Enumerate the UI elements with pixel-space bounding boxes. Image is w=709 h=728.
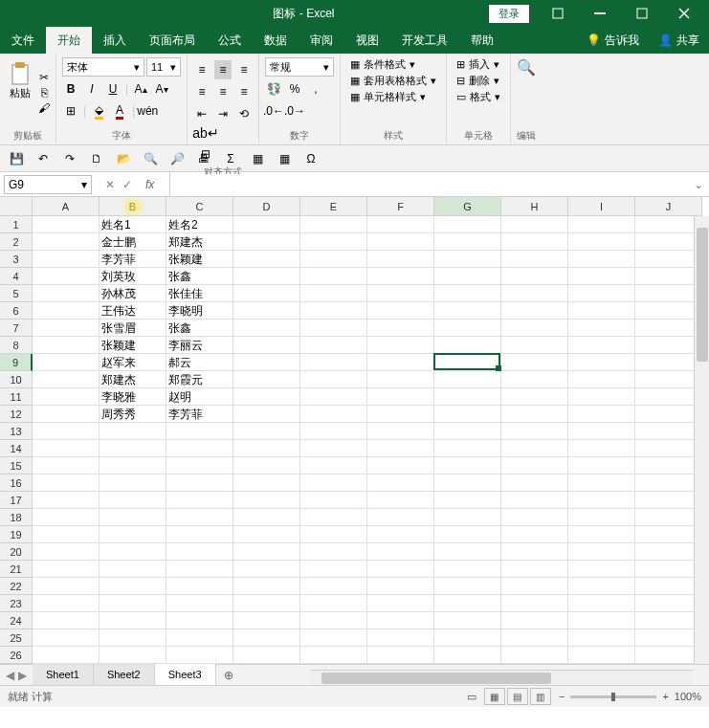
cell[interactable] xyxy=(568,440,635,457)
cell[interactable] xyxy=(501,388,568,406)
cell[interactable] xyxy=(166,595,233,612)
cell[interactable] xyxy=(434,285,501,302)
cell[interactable] xyxy=(300,268,367,285)
cell[interactable] xyxy=(501,578,568,595)
cell[interactable] xyxy=(501,423,568,440)
cell[interactable] xyxy=(501,595,568,612)
row-header[interactable]: 26 xyxy=(0,647,33,664)
cell[interactable] xyxy=(635,216,702,233)
cell[interactable]: 张佳佳 xyxy=(166,285,233,302)
column-header[interactable]: F xyxy=(367,197,434,216)
italic-button[interactable]: I xyxy=(83,79,100,99)
cell[interactable] xyxy=(568,388,635,406)
cell[interactable]: 张雪眉 xyxy=(100,320,166,337)
cell[interactable] xyxy=(300,371,367,388)
cell[interactable] xyxy=(367,268,434,285)
cell[interactable] xyxy=(568,492,635,509)
cell[interactable] xyxy=(434,354,501,371)
cell[interactable] xyxy=(100,595,166,612)
orientation-button[interactable]: ⟲ xyxy=(235,104,253,123)
row-header[interactable]: 6 xyxy=(0,302,33,320)
cell[interactable] xyxy=(33,354,100,371)
align-right-button[interactable]: ≡ xyxy=(235,82,253,101)
decrease-decimal-button[interactable]: .0→ xyxy=(286,101,303,121)
cell[interactable] xyxy=(434,216,501,233)
cell[interactable] xyxy=(568,354,635,371)
row-header[interactable]: 21 xyxy=(0,561,33,578)
cell[interactable] xyxy=(33,268,100,285)
cell[interactable] xyxy=(367,251,434,268)
underline-button[interactable]: U xyxy=(104,79,122,99)
align-center-button[interactable]: ≡ xyxy=(214,82,232,101)
vertical-scrollbar[interactable] xyxy=(694,216,709,670)
font-size-combo[interactable]: 11▾ xyxy=(146,57,181,77)
cell[interactable] xyxy=(166,561,233,578)
number-format-combo[interactable]: 常规▾ xyxy=(265,57,334,77)
select-all-corner[interactable] xyxy=(0,197,33,216)
cell[interactable] xyxy=(568,233,635,251)
phonetic-button[interactable]: wén xyxy=(139,101,156,121)
cell[interactable] xyxy=(568,526,635,543)
cell[interactable] xyxy=(233,354,300,371)
row-header[interactable]: 18 xyxy=(0,509,33,526)
cell[interactable] xyxy=(434,492,501,509)
sum-icon[interactable]: Σ xyxy=(222,150,239,167)
cell[interactable] xyxy=(568,268,635,285)
zoom-level[interactable]: 100% xyxy=(675,691,701,702)
cell[interactable] xyxy=(33,440,100,457)
cell[interactable]: 郑建杰 xyxy=(166,233,233,251)
tab-home[interactable]: 开始 xyxy=(46,27,92,54)
minimize-icon[interactable] xyxy=(579,0,621,27)
cell[interactable] xyxy=(100,561,166,578)
cell[interactable] xyxy=(33,561,100,578)
preview-icon[interactable]: 🔍 xyxy=(142,150,159,167)
cell[interactable] xyxy=(568,578,635,595)
format-as-table-button[interactable]: ▦套用表格格式▾ xyxy=(346,74,440,88)
cell[interactable] xyxy=(635,612,702,629)
cell[interactable] xyxy=(300,578,367,595)
cell[interactable]: 张颖建 xyxy=(166,251,233,268)
row-header[interactable]: 23 xyxy=(0,595,33,612)
cell[interactable] xyxy=(233,423,300,440)
row-header[interactable]: 2 xyxy=(0,233,33,251)
cell[interactable] xyxy=(233,474,300,492)
cell[interactable] xyxy=(100,474,166,492)
cell[interactable] xyxy=(501,647,568,664)
cell[interactable] xyxy=(33,526,100,543)
cell[interactable]: 姓名1 xyxy=(100,216,166,233)
column-header[interactable]: E xyxy=(300,197,367,216)
cell[interactable]: 王伟达 xyxy=(100,302,166,320)
fill-color-button[interactable]: ⬙ xyxy=(90,101,107,121)
cell[interactable] xyxy=(635,474,702,492)
column-header[interactable]: H xyxy=(501,197,568,216)
cell[interactable] xyxy=(300,526,367,543)
cell[interactable] xyxy=(367,543,434,561)
sheet-nav-prev-icon[interactable]: ◀ xyxy=(6,669,14,682)
cell[interactable] xyxy=(300,388,367,406)
tell-me[interactable]: 💡告诉我 xyxy=(577,27,649,54)
cell[interactable] xyxy=(434,440,501,457)
cell[interactable] xyxy=(367,647,434,664)
cell[interactable] xyxy=(635,595,702,612)
cell[interactable] xyxy=(434,595,501,612)
cell[interactable]: 赵明 xyxy=(166,388,233,406)
cell[interactable] xyxy=(100,457,166,474)
cell[interactable] xyxy=(568,216,635,233)
column-header[interactable]: B xyxy=(100,197,166,216)
cell[interactable] xyxy=(166,612,233,629)
cell[interactable] xyxy=(434,612,501,629)
column-header[interactable]: J xyxy=(635,197,702,216)
cell[interactable] xyxy=(100,629,166,647)
cell[interactable] xyxy=(233,543,300,561)
cell[interactable] xyxy=(501,474,568,492)
cell[interactable] xyxy=(635,337,702,354)
undo-icon[interactable]: ↶ xyxy=(34,150,52,167)
font-color-button[interactable]: A xyxy=(111,101,128,121)
cell[interactable] xyxy=(33,337,100,354)
expand-formula-icon[interactable]: ⌄ xyxy=(694,178,709,191)
cell[interactable] xyxy=(635,543,702,561)
cell[interactable] xyxy=(233,285,300,302)
cell[interactable] xyxy=(367,595,434,612)
cell[interactable] xyxy=(300,285,367,302)
cell[interactable] xyxy=(33,388,100,406)
